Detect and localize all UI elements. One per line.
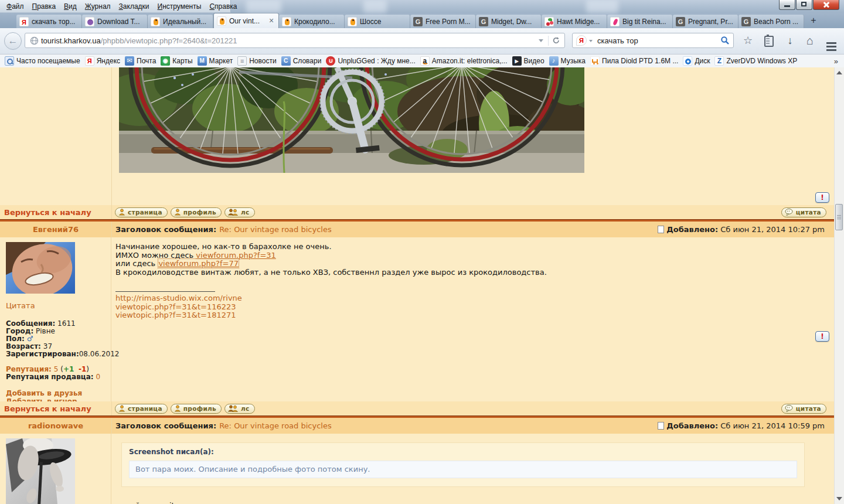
g-favicon [741,17,751,26]
bookmark-label: Карты [172,57,192,65]
tab-3[interactable]: Идеальный... [148,15,213,28]
menu-history[interactable]: Журнал [81,1,115,12]
bookmarks-panel-icon[interactable] [761,35,777,47]
search-input[interactable]: скачать тор [597,36,638,45]
quote-button[interactable]: цитата [781,207,826,217]
subject-label: Заголовок сообщения: [115,225,216,234]
tab-1[interactable]: скачать тор... [16,15,82,28]
tab-4[interactable]: Our vint...× [213,13,279,28]
quote-text: Вот пара моих. Описание и подробные фото… [129,461,797,479]
reload-icon[interactable] [552,36,560,45]
address-bar[interactable]: tourist.kharkov.ua/phpbb/viewtopic.php?f… [25,33,565,48]
post-author[interactable]: radionowave [0,421,111,430]
menu-edit[interactable]: Правка [28,1,60,12]
private-message-button[interactable]: лс [224,207,255,217]
page-button[interactable]: страница [115,404,168,414]
restore-button[interactable] [796,0,812,10]
bookmark-amazon[interactable]: Amazon.it: elettronica,... [418,56,509,66]
aero-glass-reflection [363,0,387,13]
frequent-icon [5,56,14,66]
url-host: tourist.kharkov.ua [41,36,101,45]
signature-link[interactable]: viewtopic.php?f=31&t=181271 [115,311,816,320]
back-to-top-link[interactable]: Вернуться к началу [0,208,107,217]
hamburger-menu-icon[interactable] [823,35,839,47]
yandex-favicon [19,17,29,26]
tab-label: Our vint... [229,17,267,25]
close-button[interactable] [813,0,839,10]
menu-file[interactable]: Файл [2,1,28,12]
search-bar[interactable]: Я скачать тор [572,33,734,48]
menu-bookmarks[interactable]: Закладки [115,1,154,12]
tab-5[interactable]: Крокодило... [279,15,345,28]
tab-11[interactable]: Pregnant, Pr... [673,15,738,28]
bookmark-video[interactable]: Видео [511,56,546,66]
tab-7[interactable]: Free Porn M... [410,15,476,28]
home-icon[interactable]: ⌂ [802,35,818,47]
bookmark-dict[interactable]: Словари [280,56,324,66]
report-button[interactable]: ! [815,331,829,342]
minimize-button[interactable] [779,0,795,10]
report-button[interactable]: ! [815,192,829,203]
post-footer-row: Вернуться к началу страница профиль лс ц… [0,205,834,219]
bookmark-unplugged[interactable]: UnpluGGed : Жду мне... [324,56,417,66]
bookmark-music[interactable]: Музыка [547,56,587,66]
post-image-bicycle[interactable] [119,67,584,173]
post-page-icon [658,226,664,233]
tab-close-icon[interactable]: × [267,17,275,25]
back-to-top-link[interactable]: Вернуться к началу [0,404,107,413]
menu-tools[interactable]: Инструменты [154,1,206,12]
menu-view[interactable]: Вид [60,1,81,12]
downloads-icon[interactable]: ↓ [782,35,798,47]
pink-favicon [610,17,620,26]
scroll-down-icon[interactable] [836,497,842,500]
subject-link[interactable]: Re: Our vintage road bicycles [219,421,332,430]
avatar[interactable] [6,438,75,504]
search-submit-icon[interactable] [720,36,730,45]
search-engine-dropdown-icon[interactable] [589,40,593,44]
profile-button[interactable]: профиль [171,404,222,414]
bookmark-label: Словари [293,57,322,65]
post-author[interactable]: Евгений76 [0,225,111,234]
signature-link[interactable]: viewtopic.php?f=31&t=116223 [115,303,816,312]
yandex-engine-icon[interactable]: Я [576,35,587,46]
avatar[interactable] [6,242,75,294]
music-icon [549,56,559,66]
bookmarks-overflow-chevron[interactable]: » [831,55,844,67]
bookmark-disk[interactable]: Диск [681,56,712,66]
url-dropdown-icon[interactable] [539,39,543,45]
private-message-button[interactable]: лс [224,404,255,414]
page-button[interactable]: страница [115,207,168,217]
bookmark-yandex[interactable]: Яндекс [83,56,122,66]
subject-link[interactable]: Re: Our vintage road bicycles [219,225,332,234]
bookmark-market[interactable]: Маркет [196,56,235,66]
tab-12[interactable]: Beach Porn ... [738,15,804,28]
bookmark-news[interactable]: Новости [236,56,278,66]
tab-9[interactable]: Hawt Midge... [542,15,607,28]
bookmark-frequent[interactable]: Часто посещаемые [3,56,82,66]
vertical-scrollbar[interactable] [834,67,844,504]
g-favicon [413,17,423,26]
menu-help[interactable]: Справка [205,1,241,12]
profile-button[interactable]: профиль [171,207,222,217]
bookmark-label: Яндекс [97,57,120,65]
bookmark-mail[interactable]: Почта [123,56,158,66]
scroll-up-icon[interactable] [836,71,842,74]
cite-link[interactable]: Цитата [6,301,35,310]
signature-link[interactable]: http://rimas-studio.wix.com/rivne [115,294,816,303]
scrollbar-thumb[interactable] [835,204,843,230]
site-globe-icon [30,36,39,45]
new-tab-button[interactable]: + [806,14,821,27]
viewforum-link[interactable]: viewforum.php?f=77 [158,258,239,268]
quote-button[interactable]: цитата [781,404,826,414]
bookmark-zver[interactable]: ZverDVD Windows XP [713,56,799,66]
tab-8[interactable]: Midget, Dw... [476,15,542,28]
bookmark-maps[interactable]: Карты [159,56,194,66]
bookmark-star-icon[interactable]: ☆ [740,35,756,47]
add-friend-link[interactable]: Добавить в друзья [6,389,111,397]
tab-6[interactable]: Шоссе [345,15,410,28]
post-footer-row: Вернуться к началу страница профиль лс ц… [0,401,834,416]
tab-2[interactable]: Download T... [82,15,148,28]
bookmark-saw[interactable]: Пила Diold PTD 1.6M ... [588,56,680,66]
back-button[interactable]: ← [4,32,22,50]
tab-10[interactable]: Big tit Reina... [607,15,673,28]
